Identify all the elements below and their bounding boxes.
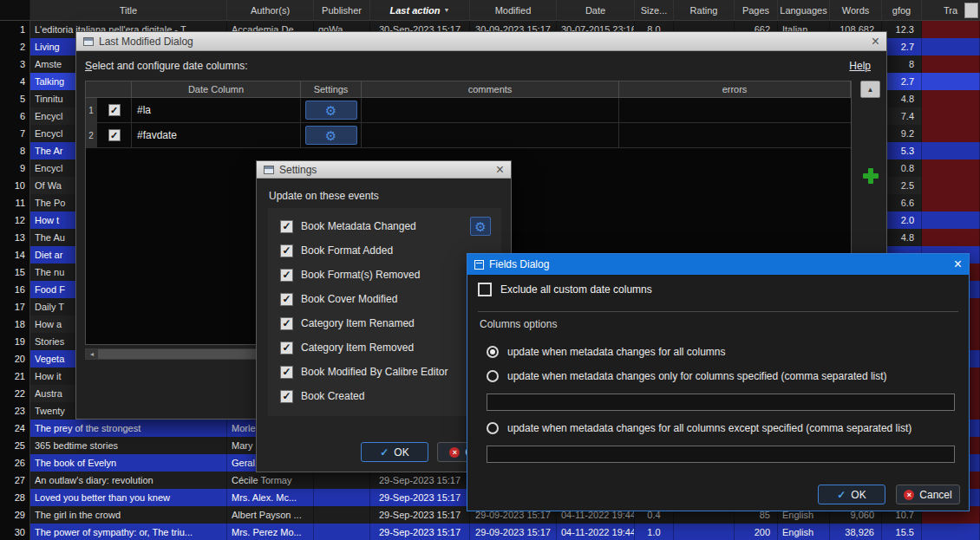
settings-dialog-titlebar[interactable]: Settings × — [257, 161, 511, 179]
date-column-checkbox[interactable]: ✓ — [108, 104, 121, 116]
cancel-button-label: Cancel — [919, 489, 951, 501]
column-header-words[interactable]: Words — [830, 0, 882, 20]
column-header-languages[interactable]: Languages — [778, 0, 830, 20]
row-number: 2 — [0, 38, 30, 55]
column-settings-button[interactable]: ⚙ — [305, 101, 357, 120]
cell-tra — [922, 524, 980, 540]
checkbox-cell: ✓ — [97, 98, 132, 122]
separator — [478, 311, 958, 312]
cell-tra — [922, 177, 980, 194]
radio-selected-icon[interactable] — [487, 346, 499, 358]
column-header-last-action[interactable]: Last action▼ — [370, 0, 470, 20]
column-header-title[interactable]: Title — [30, 0, 227, 20]
cell-publisher — [314, 506, 370, 524]
check-icon: ✓ — [837, 489, 846, 501]
settings-cell: ⚙ — [301, 123, 362, 147]
event-label: Book Format(s) Removed — [301, 269, 420, 281]
close-icon[interactable]: × — [872, 35, 879, 49]
gear-icon: ⚙ — [474, 220, 486, 233]
column-header-publisher[interactable]: Publisher — [314, 0, 370, 20]
last-modified-dialog-titlebar[interactable]: Last Modified Dialog × — [76, 32, 886, 51]
book-list-header: TitleAuthor(s)PublisherLast action▼Modif… — [0, 0, 980, 21]
radio-option[interactable]: update when metadata changes for all col… — [487, 421, 953, 435]
scroll-left-icon[interactable]: ◂ — [86, 349, 98, 359]
grid-header-errors[interactable]: errors — [619, 81, 851, 97]
dialog-title: Last Modified Dialog — [99, 36, 193, 48]
cell-rating — [674, 524, 735, 540]
fields-dialog-titlebar[interactable]: Fields Dialog × — [467, 254, 969, 275]
row-number: 25 — [0, 437, 30, 454]
gear-icon: ⚙ — [325, 129, 336, 142]
event-label: Book Created — [301, 390, 364, 402]
close-icon[interactable]: × — [954, 257, 962, 271]
radio-unselected-icon[interactable] — [487, 422, 499, 434]
date-column-checkbox[interactable]: ✓ — [108, 129, 121, 141]
row-number: 18 — [0, 316, 30, 333]
row-number: 1 — [0, 21, 30, 38]
event-checkbox[interactable]: ✓ — [280, 317, 293, 330]
help-link[interactable]: Help — [849, 60, 871, 72]
errors-cell — [619, 123, 851, 147]
columns-excluded-input[interactable] — [487, 446, 955, 463]
grid-header-comments[interactable]: comments — [362, 81, 619, 97]
close-icon[interactable]: × — [496, 163, 504, 177]
ok-button-label: OK — [394, 446, 408, 459]
row-number: 3 — [0, 55, 30, 73]
column-settings-button[interactable]: ⚙ — [305, 126, 357, 145]
row-number-header — [0, 0, 30, 20]
column-header-pages[interactable]: Pages — [735, 0, 778, 20]
form-icon — [474, 260, 484, 270]
event-checkbox[interactable]: ✓ — [280, 244, 293, 257]
column-header-author-s-[interactable]: Author(s) — [227, 0, 314, 20]
date-columns-table-body: 1✓#la⚙2✓#favdate⚙ — [86, 98, 851, 148]
column-header-gfog[interactable]: gfog — [882, 0, 922, 20]
book-row[interactable]: 30The power of sympathy: or, The triu...… — [0, 524, 980, 540]
settings-ok-button[interactable]: ✓ OK — [361, 442, 428, 462]
event-checkbox[interactable]: ✓ — [280, 342, 293, 355]
header-corner — [964, 3, 978, 18]
cell-gfog: 0.8 — [882, 159, 922, 177]
grid-header-settings[interactable]: Settings — [301, 81, 362, 97]
radio-unselected-icon[interactable] — [487, 370, 499, 382]
event-checkbox[interactable]: ✓ — [280, 293, 293, 306]
cell-title: 365 bedtime stories — [30, 437, 227, 454]
grid-header-date-column[interactable]: Date Column — [132, 81, 301, 97]
cell-gfog: 2.7 — [882, 38, 922, 55]
gear-icon: ⚙ — [325, 104, 336, 117]
move-up-button[interactable]: ▲ — [860, 81, 880, 98]
row-number: 29 — [0, 506, 30, 524]
fields-ok-button[interactable]: ✓ OK — [818, 485, 885, 504]
fields-cancel-button[interactable]: × Cancel — [896, 485, 960, 504]
check-icon: ✓ — [380, 446, 389, 459]
radio-option[interactable]: update when metadata changes for all col… — [487, 345, 953, 359]
columns-specified-input[interactable] — [487, 394, 955, 411]
event-checkbox[interactable]: ✓ — [280, 366, 293, 379]
event-checkbox[interactable]: ✓ — [280, 269, 293, 282]
cell-tra — [922, 21, 980, 38]
row-number: 27 — [0, 472, 30, 489]
radio-option[interactable]: update when metadata changes only for co… — [487, 369, 953, 383]
column-header-date[interactable]: Date — [557, 0, 635, 20]
row-number: 30 — [0, 524, 30, 540]
add-column-button[interactable] — [863, 168, 879, 184]
cell-tra — [922, 194, 980, 211]
exclude-custom-date-columns-option[interactable]: Exclude all custom date columns — [478, 283, 652, 296]
cell-gfog: 5.3 — [882, 142, 922, 159]
column-header-size-[interactable]: Size... — [635, 0, 674, 20]
cell-title: The book of Evelyn — [30, 454, 227, 472]
exclude-checkbox[interactable] — [478, 283, 492, 296]
column-header-rating[interactable]: Rating — [674, 0, 735, 20]
cell-last-action: 29-Sep-2023 15:17 — [370, 506, 470, 524]
event-label: Category Item Renamed — [301, 317, 415, 329]
cell-publisher — [314, 489, 370, 506]
event-checkbox[interactable]: ✓ — [280, 390, 293, 403]
cell-title: The prey of the strongest — [30, 420, 227, 437]
column-header-modified[interactable]: Modified — [470, 0, 557, 20]
radio-option-label: update when metadata changes only for co… — [507, 370, 887, 382]
event-checkbox[interactable]: ✓ — [280, 220, 293, 233]
dialog-title: Settings — [279, 164, 317, 176]
event-settings-button[interactable]: ⚙ — [470, 217, 491, 236]
event-label: Book Metadata Changed — [301, 220, 416, 232]
cell-tra — [922, 125, 980, 142]
comments-cell — [362, 98, 619, 122]
